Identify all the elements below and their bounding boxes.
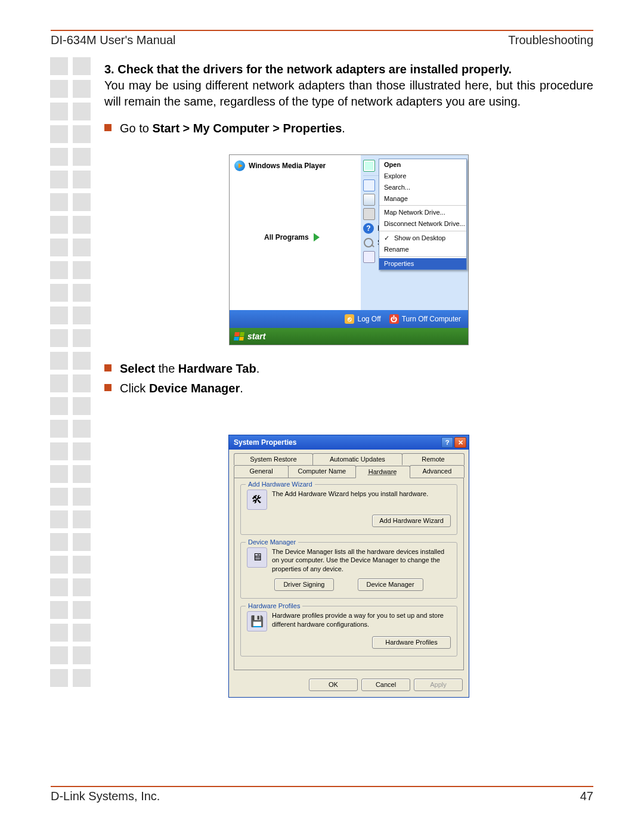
all-programs[interactable]: All Programs: [234, 233, 361, 242]
bullet-2: Select the Hardware Tab.: [104, 361, 593, 377]
driver-signing-button[interactable]: Driver Signing: [274, 578, 333, 591]
b3-post: .: [240, 382, 243, 395]
group-hardware-profiles: Hardware Profiles 💾 Hardware profiles pr…: [240, 606, 457, 657]
bullet-square-icon: [104, 124, 112, 131]
hardware-profiles-button[interactable]: Hardware Profiles: [372, 636, 451, 649]
screenshot-start-menu: Windows Media Player All Programs My Com…: [229, 154, 469, 345]
group-device-manager: Device Manager 🖥 The Device Manager list…: [240, 542, 457, 599]
turnoff-button[interactable]: ⏻Turn Off Computer: [389, 314, 461, 324]
dialog-titlebar: System Properties ? ✕: [229, 435, 469, 450]
header-right: Troubleshooting: [508, 33, 593, 47]
b2-post: .: [256, 362, 260, 375]
printer-icon: [363, 208, 375, 220]
start-bar[interactable]: start: [230, 328, 468, 345]
logoff-bar: ⎋Log Off ⏻Turn Off Computer: [230, 310, 468, 328]
windows-flag-icon: [234, 332, 244, 340]
computer-icon: [363, 160, 375, 172]
help-icon: ?: [363, 223, 374, 234]
footer-left: D-Link Systems, Inc.: [51, 789, 160, 803]
context-menu: Open Explore Search... Manage Map Networ…: [379, 159, 467, 270]
b1-bold: Start > My Computer > Properties: [152, 122, 342, 135]
startmenu-item-wmp[interactable]: Windows Media Player: [234, 159, 361, 173]
legend-hwprof: Hardware Profiles: [246, 602, 302, 611]
logoff-icon: ⎋: [345, 314, 354, 324]
tab-automatic-updates[interactable]: Automatic Updates: [312, 453, 402, 465]
decorative-sidebar: [50, 57, 91, 687]
turnoff-label: Turn Off Computer: [402, 314, 461, 324]
ctx-search[interactable]: Search...: [379, 182, 466, 193]
wmp-icon: [234, 160, 245, 171]
device-manager-icon: 🖥: [247, 547, 267, 568]
run-icon: [363, 251, 375, 263]
bullet-square-icon: [104, 384, 112, 391]
hwprof-text: Hardware profiles provide a way for you …: [272, 611, 451, 629]
logoff-label: Log Off: [357, 314, 380, 324]
b3-bold: Device Manager: [149, 382, 240, 395]
ctx-disconnect-drive[interactable]: Disconnect Network Drive...: [379, 218, 466, 230]
ctx-explore[interactable]: Explore: [379, 171, 466, 182]
dialog-title: System Properties: [234, 438, 296, 447]
b3-pre: Click: [120, 382, 149, 395]
logoff-button[interactable]: ⎋Log Off: [345, 314, 380, 324]
tab-computer-name[interactable]: Computer Name: [288, 465, 355, 478]
wizard-icon: 🛠: [247, 490, 267, 510]
ctx-show-desktop[interactable]: Show on Desktop: [379, 233, 466, 244]
ok-button[interactable]: OK: [309, 679, 358, 691]
power-icon: ⏻: [389, 314, 399, 324]
ctx-open[interactable]: Open: [379, 159, 466, 171]
step-title: Check that the drivers for the network a…: [117, 63, 512, 76]
ctx-rename[interactable]: Rename: [379, 244, 466, 255]
footer-page-number: 47: [580, 789, 593, 803]
cancel-button[interactable]: Cancel: [361, 679, 410, 691]
device-manager-button[interactable]: Device Manager: [358, 578, 423, 591]
screenshot-system-properties: System Properties ? ✕ System Restore Aut…: [228, 435, 469, 698]
step-number: 3.: [104, 63, 114, 76]
titlebar-help-button[interactable]: ?: [441, 437, 453, 448]
control-panel-icon: [363, 179, 375, 191]
header-left: DI-634M User's Manual: [51, 33, 175, 47]
start-label: start: [247, 331, 265, 342]
step-line: 3. Check that the drivers for the networ…: [104, 61, 593, 78]
footer-rule: [51, 786, 593, 787]
tab-remote[interactable]: Remote: [402, 453, 465, 465]
add-hardware-wizard-button[interactable]: Add Hardware Wizard: [372, 515, 451, 527]
tab-general[interactable]: General: [234, 465, 289, 478]
header-rule: [51, 30, 593, 31]
b2-mid: the: [155, 362, 178, 375]
arrow-right-icon: [314, 233, 320, 241]
legend-devmgr: Device Manager: [246, 538, 298, 547]
bullet-1: Go to Start > My Computer > Properties.: [104, 120, 593, 137]
apply-button[interactable]: Apply: [414, 679, 463, 691]
page-footer: D-Link Systems, Inc. 47: [51, 789, 593, 803]
search-icon: [363, 237, 374, 248]
legend-addhw: Add Hardware Wizard: [246, 480, 315, 489]
bullet-square-icon: [104, 364, 112, 371]
bullet-3: Click Device Manager.: [104, 380, 593, 397]
b1-pre: Go to: [120, 122, 152, 135]
b1-post: .: [342, 122, 345, 135]
tab-advanced[interactable]: Advanced: [410, 465, 465, 478]
titlebar-close-button[interactable]: ✕: [454, 437, 466, 448]
wmp-label: Windows Media Player: [249, 161, 326, 171]
b2-bold1: Select: [120, 362, 155, 375]
profiles-icon: 💾: [247, 611, 267, 631]
network-icon: [363, 194, 375, 206]
addhw-text: The Add Hardware Wizard helps you instal…: [272, 490, 451, 498]
ctx-manage[interactable]: Manage: [379, 193, 466, 205]
step-paragraph: You may be using different network adapt…: [104, 78, 593, 110]
ctx-map-drive[interactable]: Map Network Drive...: [379, 207, 466, 218]
tab-hardware[interactable]: Hardware: [355, 466, 410, 478]
all-programs-label: All Programs: [264, 233, 309, 242]
devmgr-text: The Device Manager lists all the hardwar…: [272, 547, 451, 574]
group-add-hardware: Add Hardware Wizard 🛠 The Add Hardware W…: [240, 484, 457, 535]
b2-bold2: Hardware Tab: [178, 362, 256, 375]
tab-system-restore[interactable]: System Restore: [234, 453, 313, 465]
page-header: DI-634M User's Manual Troubleshooting: [51, 33, 593, 47]
ctx-properties[interactable]: Properties: [379, 258, 466, 270]
